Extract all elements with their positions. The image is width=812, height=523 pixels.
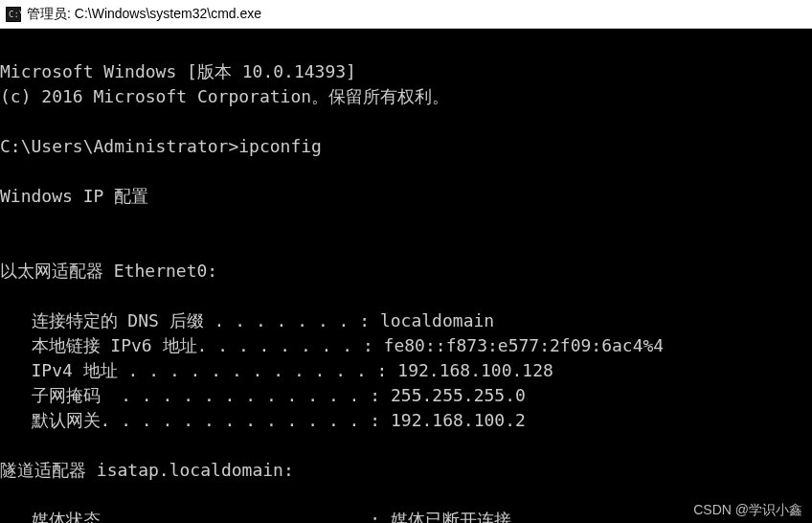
label: 连接特定的 DNS 后缀 . . . . . . . :	[0, 310, 380, 330]
copyright-line: (c) 2016 Microsoft Corporation。保留所有权利。	[0, 86, 449, 106]
blank-line	[0, 236, 11, 256]
blank-line	[0, 161, 11, 181]
window-titlebar: C:\ 管理员: C:\Windows\system32\cmd.exe	[0, 0, 812, 29]
label: IPv4 地址 . . . . . . . . . . . . :	[0, 360, 397, 380]
adapter1-dns-suffix: 连接特定的 DNS 后缀 . . . . . . . : localdomain	[0, 310, 494, 330]
watermark: CSDN @学识小鑫	[693, 502, 802, 519]
version-line: Microsoft Windows [版本 10.0.14393]	[0, 61, 356, 81]
window-title: 管理员: C:\Windows\system32\cmd.exe	[27, 6, 261, 23]
adapter2-media-state: 媒体状态 . . . . . . . . . . . . : 媒体已断开连接	[0, 510, 511, 523]
value: fe80::f873:e577:2f09:6ac4%4	[384, 335, 665, 355]
terminal-output[interactable]: Microsoft Windows [版本 10.0.14393] (c) 20…	[0, 29, 812, 523]
ipconfig-header: Windows IP 配置	[0, 186, 148, 206]
blank-line	[0, 285, 11, 306]
label: 默认网关. . . . . . . . . . . . . :	[0, 410, 391, 430]
label: 本地链接 IPv6 地址. . . . . . . . :	[0, 335, 384, 355]
adapter1-ipv6: 本地链接 IPv6 地址. . . . . . . . : fe80::f873…	[0, 335, 664, 355]
blank-line	[0, 211, 11, 231]
value: 255.255.255.0	[391, 385, 526, 405]
value: localdomain	[380, 310, 494, 330]
adapter2-title: 隧道适配器 isatap.localdomain:	[0, 460, 294, 480]
prompt-line: C:\Users\Administrator>ipconfig	[0, 136, 322, 156]
blank-line	[0, 111, 11, 131]
adapter1-title: 以太网适配器 Ethernet0:	[0, 261, 217, 281]
svg-text:C:\: C:\	[9, 10, 21, 19]
adapter1-subnet: 子网掩码 . . . . . . . . . . . . : 255.255.2…	[0, 385, 526, 405]
label: 子网掩码 . . . . . . . . . . . . :	[0, 385, 391, 405]
cmd-icon: C:\	[6, 7, 21, 22]
value: 192.168.100.128	[397, 360, 553, 380]
blank-line	[0, 485, 11, 505]
value: 192.168.100.2	[391, 410, 526, 430]
value: 媒体已断开连接	[391, 510, 511, 523]
adapter1-ipv4: IPv4 地址 . . . . . . . . . . . . : 192.16…	[0, 360, 553, 380]
blank-line	[0, 435, 11, 455]
adapter1-gateway: 默认网关. . . . . . . . . . . . . : 192.168.…	[0, 410, 526, 430]
label: 媒体状态 . . . . . . . . . . . . :	[0, 510, 391, 523]
